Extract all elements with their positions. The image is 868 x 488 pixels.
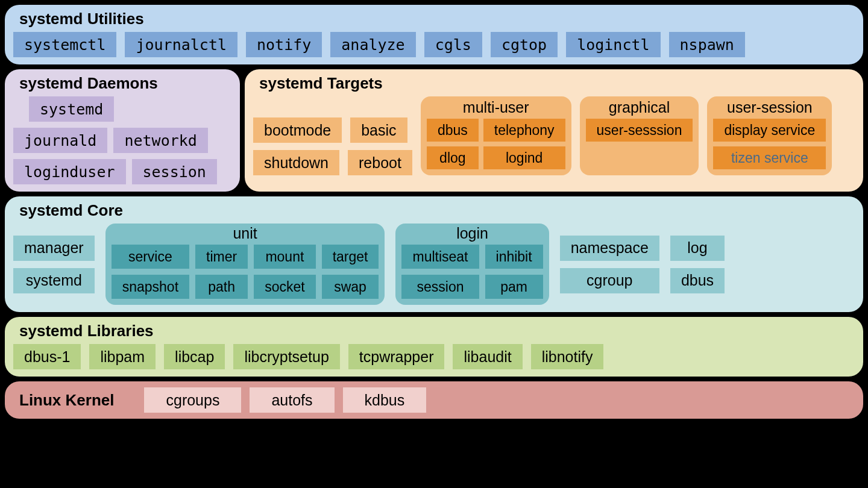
chip: libaudit xyxy=(453,344,522,369)
chip: shutdown xyxy=(253,150,339,175)
utilities-chips: systemctljournalctlnotifyanalyzecglscgto… xyxy=(13,32,855,57)
targets-group: user-sessiondisplay servicetizen service xyxy=(707,96,832,175)
chip: basic xyxy=(350,117,407,143)
kernel-section: Linux Kernel cgroupsautofskdbus xyxy=(5,381,863,419)
utilities-section: systemd Utilities systemctljournalctlnot… xyxy=(5,5,863,64)
chip: namespace xyxy=(560,236,659,261)
chip: bootmode xyxy=(253,117,342,143)
chip: snapshot xyxy=(112,275,189,299)
chip: dbus xyxy=(427,119,479,142)
chip: systemd xyxy=(29,96,114,122)
chip: reboot xyxy=(348,150,412,175)
chip: networkd xyxy=(113,128,207,153)
daemons-section: systemd Daemons systemdjournaldnetworkdl… xyxy=(5,69,240,192)
daemons-row: systemd xyxy=(13,96,231,122)
chip: user-sesssion xyxy=(586,119,693,142)
kernel-chips: cgroupsautofskdbus xyxy=(144,387,426,413)
core-login-group: login multiseatinhibitsessionpam xyxy=(395,224,549,305)
daemons-row: logindusersession xyxy=(13,159,231,184)
chip: kdbus xyxy=(343,387,427,413)
libs-title: systemd Libraries xyxy=(13,321,855,344)
chip: session xyxy=(401,275,479,299)
libs-section: systemd Libraries dbus-1libpamlibcaplibc… xyxy=(5,317,863,377)
chip: libcap xyxy=(164,344,225,369)
targets-section: systemd Targets bootmodebasicshutdownreb… xyxy=(245,69,863,192)
chip: path xyxy=(195,275,248,299)
chip: journalctl xyxy=(125,32,237,57)
targets-title: systemd Targets xyxy=(253,73,855,96)
chip: tizen service xyxy=(713,146,826,169)
chip: loginduser xyxy=(13,159,126,184)
chip: cgroup xyxy=(560,268,659,293)
chip: manager xyxy=(13,236,95,261)
daemons-grid: systemdjournaldnetworkdlogindusersession xyxy=(13,96,231,184)
chip: cgtop xyxy=(491,32,558,57)
targets-simple-row: shutdownreboot xyxy=(253,150,412,175)
chip: timer xyxy=(195,245,248,269)
targets-group-title: multi-user xyxy=(427,99,565,119)
targets-group-grid: user-sesssion xyxy=(586,119,693,142)
chip: session xyxy=(132,159,217,184)
chip: loginctl xyxy=(566,32,660,57)
chip: cgls xyxy=(424,32,482,57)
targets-group: multi-userdbustelephonydloglogind xyxy=(421,96,571,175)
core-login-title: login xyxy=(401,225,542,245)
utilities-title: systemd Utilities xyxy=(13,8,855,32)
chip: systemctl xyxy=(13,32,116,57)
core-left: managersystemd xyxy=(13,224,95,305)
core-login-grid: multiseatinhibitsessionpam xyxy=(401,245,542,299)
chip: dbus xyxy=(670,268,725,293)
chip: dbus-1 xyxy=(13,344,81,369)
chip: log xyxy=(670,236,725,261)
core-section: systemd Core managersystemd unit service… xyxy=(5,196,863,312)
chip: inhibit xyxy=(485,245,543,269)
daemons-row: journaldnetworkd xyxy=(13,128,231,153)
targets-group-title: graphical xyxy=(586,99,693,119)
core-title: systemd Core xyxy=(13,200,855,224)
core-right: namespacelogcgroupdbus xyxy=(560,224,725,305)
kernel-title: Linux Kernel xyxy=(13,391,120,410)
targets-group-grid: display servicetizen service xyxy=(713,119,826,169)
targets-simple-row: bootmodebasic xyxy=(253,117,412,143)
core-unit-group: unit servicetimermounttargetsnapshotpath… xyxy=(105,224,385,305)
targets-group: graphicaluser-sesssion xyxy=(580,96,699,175)
daemons-title: systemd Daemons xyxy=(13,73,231,96)
chip: systemd xyxy=(13,268,95,293)
chip: target xyxy=(322,245,379,269)
chip: cgroups xyxy=(144,387,241,413)
targets-group-title: user-session xyxy=(713,99,826,119)
chip: analyze xyxy=(330,32,415,57)
chip: mount xyxy=(254,245,315,269)
chip: journald xyxy=(13,128,107,153)
libs-chips: dbus-1libpamlibcaplibcryptsetuptcpwrappe… xyxy=(13,344,855,369)
chip: multiseat xyxy=(401,245,479,269)
chip: pam xyxy=(485,275,543,299)
chip: dlog xyxy=(427,146,479,169)
chip: telephony xyxy=(483,119,565,142)
chip: nspawn xyxy=(669,32,745,57)
core-unit-title: unit xyxy=(112,225,379,245)
chip: notify xyxy=(246,32,322,57)
targets-group-grid: dbustelephonydloglogind xyxy=(427,119,565,169)
chip: logind xyxy=(483,146,565,169)
chip: libpam xyxy=(89,344,156,369)
targets-simple: bootmodebasicshutdownreboot xyxy=(253,117,412,175)
chip: libcryptsetup xyxy=(233,344,339,369)
chip: libnotify xyxy=(531,344,604,369)
chip: tcpwrapper xyxy=(348,344,445,369)
chip: autofs xyxy=(250,387,334,413)
chip: socket xyxy=(254,275,315,299)
chip: display service xyxy=(713,119,826,142)
targets-groups: multi-userdbustelephonydloglogindgraphic… xyxy=(421,96,832,175)
chip: swap xyxy=(322,275,379,299)
core-unit-grid: servicetimermounttargetsnapshotpathsocke… xyxy=(112,245,379,299)
chip: service xyxy=(112,245,189,269)
